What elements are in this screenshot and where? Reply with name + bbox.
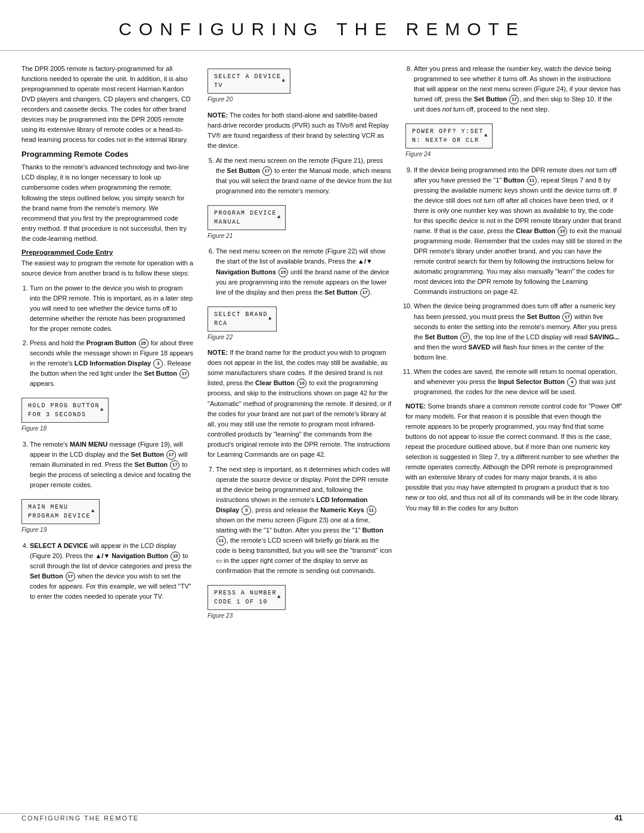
figure-24: POWER OFF? Y:SET N: NEXT# OR CLR bbox=[405, 123, 493, 148]
step-4: SELECT A DEVICE will appear in the LCD d… bbox=[30, 541, 194, 602]
step-3-text: The remote's MAIN MENU message (Figure 1… bbox=[30, 441, 191, 488]
step-7-text: The next step is important, as it determ… bbox=[216, 466, 392, 575]
figure-23-line1: PRESS A NUMBER bbox=[214, 590, 277, 596]
btn-ref-15b: 15 bbox=[278, 268, 288, 277]
figure-22: SELECT BRAND RCA bbox=[208, 306, 277, 332]
step-6: The next menu screen on the remote (Figu… bbox=[216, 246, 392, 297]
btn-ref-10a: 10 bbox=[297, 379, 306, 388]
figure-19-label: Figure 19 bbox=[21, 525, 194, 535]
btn-ref-3: 3 bbox=[153, 359, 163, 368]
step-2: Press and hold the Program Button 25 for… bbox=[30, 338, 194, 389]
intro-text: The DPR 2005 remote is factory-programme… bbox=[21, 64, 194, 145]
btn-ref-17h: 17 bbox=[562, 312, 572, 322]
steps-list-2: The remote's MAIN MENU message (Figure 1… bbox=[21, 439, 194, 490]
figure-23: PRESS A NUMBER CODE 1 OF 10 bbox=[208, 585, 286, 610]
step-9: If the device being programmed into the … bbox=[414, 165, 623, 298]
btn-ref-17f: 17 bbox=[360, 288, 370, 298]
figure-24-line2: N: NEXT# OR CLR bbox=[412, 137, 479, 144]
middle-steps-3: The next step is important, as it determ… bbox=[208, 465, 392, 577]
middle-steps: At the next menu screen on the remote (F… bbox=[208, 156, 392, 196]
figure-19-line1: MAIN MENU bbox=[28, 504, 69, 510]
step-2-text: Press and hold the Program Button 25 for… bbox=[30, 339, 193, 387]
right-steps-2: If the device being programmed into the … bbox=[405, 165, 623, 397]
btn-ref-17g: 17 bbox=[509, 95, 519, 104]
figure-24-line1: POWER OFF? Y:SET bbox=[412, 128, 484, 135]
step-11-text: When the codes are saved, the remote wil… bbox=[414, 368, 617, 395]
btn-ref-11b: 11 bbox=[216, 536, 226, 546]
step-9-text: If the device being programmed into the … bbox=[414, 166, 623, 296]
step-1-text: Turn on the power to the device you wish… bbox=[30, 284, 193, 332]
steps-list-3: SELECT A DEVICE will appear in the LCD d… bbox=[21, 541, 194, 602]
step-10-text: When the device being programmed does tu… bbox=[414, 302, 620, 360]
btn-ref-15: 15 bbox=[171, 552, 180, 561]
figure-19: MAIN MENU PROGRAM DEVICE bbox=[21, 499, 100, 524]
page-header: CONFIGURING THE REMOTE bbox=[0, 0, 644, 51]
btn-ref-17c: 17 bbox=[170, 460, 179, 470]
figure-20-label: Figure 20 bbox=[208, 95, 392, 104]
btn-ref-10b: 10 bbox=[558, 227, 567, 236]
btn-ref-25: 25 bbox=[139, 339, 148, 348]
figure-20-line1: SELECT A DEVICE bbox=[214, 73, 281, 80]
figure-21-line2: MANUAL bbox=[214, 219, 241, 225]
step-4-text: SELECT A DEVICE will appear in the LCD d… bbox=[30, 542, 191, 600]
content-area: The DPR 2005 remote is factory-programme… bbox=[0, 64, 644, 627]
middle-column: SELECT A DEVICE TV Figure 20 NOTE: The c… bbox=[208, 64, 392, 627]
btn-ref-17d: 17 bbox=[66, 572, 75, 581]
btn-ref-17a: 17 bbox=[179, 369, 189, 379]
step-7: The next step is important, as it determ… bbox=[216, 465, 392, 577]
figure-22-line2: RCA bbox=[214, 320, 228, 327]
steps-list: Turn on the power to the device you wish… bbox=[21, 283, 194, 389]
note-final-text: NOTE: Some brands share a common remote … bbox=[405, 401, 623, 513]
step-5-text: At the next menu screen on the remote (F… bbox=[216, 157, 392, 194]
figure-18-line2: FOR 3 SECONDS bbox=[28, 411, 86, 418]
footer-left-text: CONFIGURING THE REMOTE bbox=[21, 815, 139, 822]
figure-21: PROGRAM DEVICE MANUAL bbox=[208, 205, 286, 230]
btn-ref-17i: 17 bbox=[460, 333, 470, 342]
right-steps: After you press and release the number k… bbox=[405, 64, 623, 114]
figure-20: SELECT A DEVICE TV bbox=[208, 69, 290, 94]
page-title: CONFIGURING THE REMOTE bbox=[36, 19, 608, 39]
step-8-text: After you press and release the number k… bbox=[414, 65, 621, 113]
figure-21-label: Figure 21 bbox=[208, 231, 392, 241]
section-intro: Thanks to the remote's advanced technolo… bbox=[21, 162, 194, 243]
figure-18-label: Figure 18 bbox=[21, 424, 194, 433]
figure-23-line2: CODE 1 OF 10 bbox=[214, 599, 268, 605]
step-6-text: The next menu screen on the remote (Figu… bbox=[216, 247, 389, 295]
note1-text: NOTE: The codes for both stand-alone and… bbox=[208, 110, 392, 151]
page-footer: CONFIGURING THE REMOTE 41 bbox=[0, 813, 644, 822]
left-column: The DPR 2005 remote is factory-programme… bbox=[21, 64, 194, 627]
figure-22-line1: SELECT BRAND bbox=[214, 311, 268, 318]
step-10: When the device being programmed does tu… bbox=[414, 301, 623, 362]
figure-22-label: Figure 22 bbox=[208, 333, 392, 342]
middle-steps-2: The next menu screen on the remote (Figu… bbox=[208, 246, 392, 297]
subsection-intro: The easiest way to program the remote fo… bbox=[21, 258, 194, 278]
figure-18-line1: HOLD PROG BUTTON bbox=[28, 402, 100, 409]
btn-ref-11: 11 bbox=[367, 506, 376, 515]
step-1: Turn on the power to the device you wish… bbox=[30, 283, 194, 334]
page-wrapper: CONFIGURING THE REMOTE The DPR 2005 remo… bbox=[0, 0, 644, 833]
section-title: Programming Remote Codes bbox=[21, 150, 194, 159]
btn-ref-17e: 17 bbox=[262, 166, 272, 176]
figure-20-line2: TV bbox=[214, 82, 223, 89]
btn-ref-11c: 11 bbox=[527, 176, 537, 185]
right-column: After you press and release the number k… bbox=[405, 64, 623, 627]
note2-text: NOTE: If the brand name for the product … bbox=[208, 348, 392, 460]
btn-ref-3b: 3 bbox=[242, 506, 251, 515]
step-5: At the next menu screen on the remote (F… bbox=[216, 156, 392, 196]
figure-24-label: Figure 24 bbox=[405, 150, 623, 159]
footer-page-number: 41 bbox=[615, 814, 623, 822]
btn-ref-17b: 17 bbox=[166, 450, 176, 460]
step-11: When the codes are saved, the remote wil… bbox=[414, 367, 623, 397]
step-8: After you press and release the number k… bbox=[414, 64, 623, 114]
figure-19-line2: PROGRAM DEVICE bbox=[28, 513, 91, 519]
figure-21-line1: PROGRAM DEVICE bbox=[214, 210, 277, 216]
subsection-title: Preprogrammed Code Entry bbox=[21, 249, 194, 256]
figure-23-label: Figure 23 bbox=[208, 611, 392, 621]
figure-18: HOLD PROG BUTTON FOR 3 SECONDS bbox=[21, 398, 109, 423]
btn-ref-4: 4 bbox=[567, 377, 577, 387]
step-3: The remote's MAIN MENU message (Figure 1… bbox=[30, 439, 194, 490]
